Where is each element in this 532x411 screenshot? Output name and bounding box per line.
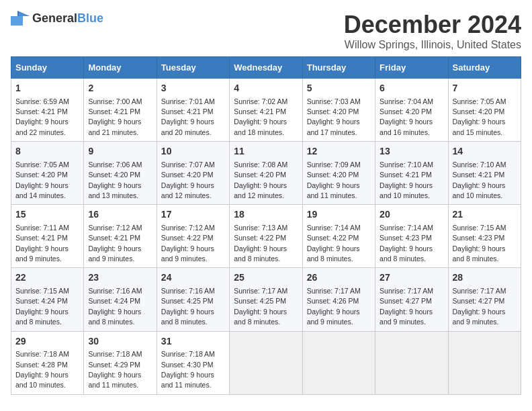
day-info: Sunrise: 7:17 AMSunset: 4:27 PMDaylight:… [453, 287, 506, 326]
day-info: Sunrise: 6:59 AMSunset: 4:21 PMDaylight:… [15, 97, 69, 136]
day-info: Sunrise: 7:14 AMSunset: 4:23 PMDaylight:… [380, 224, 433, 263]
calendar-week-row: 29Sunrise: 7:18 AMSunset: 4:28 PMDayligh… [11, 331, 521, 394]
day-number: 2 [88, 82, 152, 95]
day-info: Sunrise: 7:05 AMSunset: 4:20 PMDaylight:… [453, 97, 506, 136]
logo: GeneralBlue [11, 11, 103, 26]
calendar-cell: 4Sunrise: 7:02 AMSunset: 4:21 PMDaylight… [230, 79, 302, 142]
day-number: 27 [380, 271, 443, 285]
day-info: Sunrise: 7:05 AMSunset: 4:20 PMDaylight:… [15, 161, 69, 199]
calendar-week-row: 15Sunrise: 7:11 AMSunset: 4:21 PMDayligh… [11, 205, 521, 268]
day-number: 20 [380, 208, 443, 222]
day-number: 28 [453, 271, 517, 285]
day-number: 8 [15, 145, 79, 158]
calendar-day-header: Monday [84, 57, 157, 79]
calendar-cell: 14Sunrise: 7:10 AMSunset: 4:21 PMDayligh… [448, 142, 521, 205]
calendar-cell: 6Sunrise: 7:04 AMSunset: 4:20 PMDaylight… [375, 79, 448, 142]
day-info: Sunrise: 7:00 AMSunset: 4:21 PMDaylight:… [88, 97, 142, 136]
calendar-cell [302, 331, 375, 394]
day-info: Sunrise: 7:02 AMSunset: 4:21 PMDaylight:… [234, 97, 287, 136]
calendar-cell: 22Sunrise: 7:15 AMSunset: 4:24 PMDayligh… [11, 268, 84, 331]
day-info: Sunrise: 7:10 AMSunset: 4:21 PMDaylight:… [380, 161, 433, 199]
day-info: Sunrise: 7:11 AMSunset: 4:21 PMDaylight:… [15, 224, 69, 263]
day-number: 11 [234, 145, 298, 158]
calendar-day-header: Thursday [302, 57, 375, 79]
calendar-cell [230, 331, 302, 394]
calendar-cell: 21Sunrise: 7:15 AMSunset: 4:23 PMDayligh… [448, 205, 521, 268]
day-number: 10 [161, 145, 225, 158]
calendar-cell: 8Sunrise: 7:05 AMSunset: 4:20 PMDaylight… [11, 142, 84, 205]
logo-text-blue: Blue [77, 11, 103, 25]
calendar-cell: 29Sunrise: 7:18 AMSunset: 4:28 PMDayligh… [11, 331, 84, 394]
day-info: Sunrise: 7:18 AMSunset: 4:28 PMDaylight:… [15, 350, 69, 389]
svg-rect-2 [11, 16, 23, 26]
calendar-day-header: Tuesday [157, 57, 229, 79]
calendar-cell: 10Sunrise: 7:07 AMSunset: 4:20 PMDayligh… [157, 142, 229, 205]
calendar-cell: 3Sunrise: 7:01 AMSunset: 4:21 PMDaylight… [157, 79, 229, 142]
calendar-cell: 11Sunrise: 7:08 AMSunset: 4:20 PMDayligh… [230, 142, 302, 205]
logo-icon [11, 11, 30, 26]
day-info: Sunrise: 7:16 AMSunset: 4:25 PMDaylight:… [161, 287, 215, 326]
calendar-cell: 31Sunrise: 7:18 AMSunset: 4:30 PMDayligh… [157, 331, 229, 394]
day-number: 17 [161, 208, 225, 222]
day-info: Sunrise: 7:18 AMSunset: 4:29 PMDaylight:… [88, 350, 142, 389]
calendar-day-header: Saturday [448, 57, 521, 79]
calendar-week-row: 1Sunrise: 6:59 AMSunset: 4:21 PMDaylight… [11, 79, 521, 142]
calendar-header-row: SundayMondayTuesdayWednesdayThursdayFrid… [11, 57, 521, 79]
day-number: 12 [307, 145, 371, 158]
title-area: December 2024 Willow Springs, Illinois, … [344, 11, 521, 51]
day-number: 14 [453, 145, 517, 158]
day-info: Sunrise: 7:16 AMSunset: 4:24 PMDaylight:… [88, 287, 142, 326]
day-info: Sunrise: 7:14 AMSunset: 4:22 PMDaylight:… [307, 224, 361, 263]
day-info: Sunrise: 7:06 AMSunset: 4:20 PMDaylight:… [88, 161, 142, 199]
day-number: 7 [453, 82, 517, 95]
day-number: 1 [15, 82, 79, 95]
calendar-cell: 20Sunrise: 7:14 AMSunset: 4:23 PMDayligh… [375, 205, 448, 268]
logo-text-general: General [32, 11, 77, 25]
day-number: 13 [380, 145, 443, 158]
calendar-cell: 26Sunrise: 7:17 AMSunset: 4:26 PMDayligh… [302, 268, 375, 331]
day-info: Sunrise: 7:08 AMSunset: 4:20 PMDaylight:… [234, 161, 287, 199]
day-number: 29 [15, 335, 79, 349]
day-info: Sunrise: 7:17 AMSunset: 4:27 PMDaylight:… [380, 287, 433, 326]
day-number: 5 [307, 82, 371, 95]
day-info: Sunrise: 7:12 AMSunset: 4:21 PMDaylight:… [88, 224, 142, 263]
calendar-day-header: Sunday [11, 57, 84, 79]
day-number: 15 [15, 208, 79, 222]
calendar-cell: 2Sunrise: 7:00 AMSunset: 4:21 PMDaylight… [84, 79, 157, 142]
day-info: Sunrise: 7:10 AMSunset: 4:21 PMDaylight:… [453, 161, 506, 199]
day-number: 25 [234, 271, 298, 285]
calendar-day-header: Friday [375, 57, 448, 79]
calendar-cell [448, 331, 521, 394]
calendar-cell: 27Sunrise: 7:17 AMSunset: 4:27 PMDayligh… [375, 268, 448, 331]
day-number: 23 [88, 271, 152, 285]
calendar-body: 1Sunrise: 6:59 AMSunset: 4:21 PMDaylight… [11, 79, 521, 395]
day-number: 22 [15, 271, 79, 285]
calendar-cell: 7Sunrise: 7:05 AMSunset: 4:20 PMDaylight… [448, 79, 521, 142]
day-number: 18 [234, 208, 298, 222]
day-number: 30 [88, 335, 152, 349]
day-info: Sunrise: 7:03 AMSunset: 4:20 PMDaylight:… [307, 97, 361, 136]
calendar-cell: 12Sunrise: 7:09 AMSunset: 4:20 PMDayligh… [302, 142, 375, 205]
calendar-cell [375, 331, 448, 394]
day-number: 9 [88, 145, 152, 158]
day-number: 31 [161, 335, 225, 349]
calendar-cell: 19Sunrise: 7:14 AMSunset: 4:22 PMDayligh… [302, 205, 375, 268]
calendar-cell: 30Sunrise: 7:18 AMSunset: 4:29 PMDayligh… [84, 331, 157, 394]
calendar-cell: 18Sunrise: 7:13 AMSunset: 4:22 PMDayligh… [230, 205, 302, 268]
day-number: 21 [453, 208, 517, 222]
day-info: Sunrise: 7:07 AMSunset: 4:20 PMDaylight:… [161, 161, 215, 199]
day-info: Sunrise: 7:17 AMSunset: 4:26 PMDaylight:… [307, 287, 361, 326]
day-number: 19 [307, 208, 371, 222]
day-number: 6 [380, 82, 443, 95]
calendar-cell: 17Sunrise: 7:12 AMSunset: 4:22 PMDayligh… [157, 205, 229, 268]
calendar-cell: 1Sunrise: 6:59 AMSunset: 4:21 PMDaylight… [11, 79, 84, 142]
day-info: Sunrise: 7:15 AMSunset: 4:24 PMDaylight:… [15, 287, 69, 326]
calendar-cell: 24Sunrise: 7:16 AMSunset: 4:25 PMDayligh… [157, 268, 229, 331]
calendar-cell: 28Sunrise: 7:17 AMSunset: 4:27 PMDayligh… [448, 268, 521, 331]
calendar-week-row: 22Sunrise: 7:15 AMSunset: 4:24 PMDayligh… [11, 268, 521, 331]
day-info: Sunrise: 7:09 AMSunset: 4:20 PMDaylight:… [307, 161, 361, 199]
day-info: Sunrise: 7:15 AMSunset: 4:23 PMDaylight:… [453, 224, 506, 263]
day-info: Sunrise: 7:12 AMSunset: 4:22 PMDaylight:… [161, 224, 215, 263]
calendar-cell: 16Sunrise: 7:12 AMSunset: 4:21 PMDayligh… [84, 205, 157, 268]
calendar-cell: 25Sunrise: 7:17 AMSunset: 4:25 PMDayligh… [230, 268, 302, 331]
